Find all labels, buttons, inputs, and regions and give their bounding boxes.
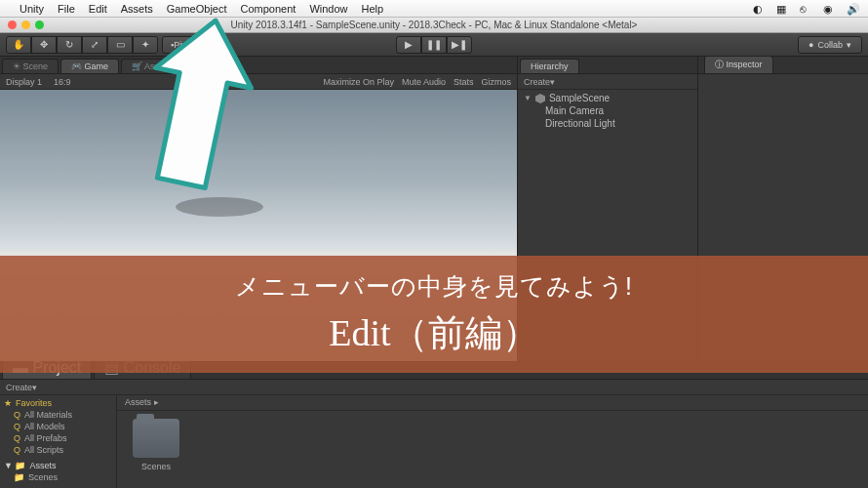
folder-label: Scenes	[141, 462, 171, 471]
mute-audio[interactable]: Mute Audio	[402, 77, 446, 87]
maximize-on-play[interactable]: Maximize On Play	[323, 77, 394, 87]
mac-menubar: Unity File Edit Assets GameObject Compon…	[0, 0, 868, 18]
tab-inspector[interactable]: ⓘ Inspector	[704, 56, 773, 73]
menu-window[interactable]: Window	[309, 3, 347, 15]
hierarchy-item[interactable]: Directional Light	[518, 117, 697, 130]
favorite-item[interactable]: QAll Models	[4, 421, 112, 432]
project-breadcrumb[interactable]: Assets ▸	[117, 395, 868, 411]
disclosure-icon[interactable]: ▼	[524, 94, 532, 102]
move-tool[interactable]: ✥	[31, 36, 57, 54]
unity-toolbar: ✋ ✥ ↻ ⤢ ▭ ✦ ▪ Pivot ▶ ❚❚ ▶❚ ● Collab ▾	[0, 33, 868, 57]
menu-edit[interactable]: Edit	[89, 3, 107, 15]
favorite-item[interactable]: QAll Prefabs	[4, 432, 112, 444]
pivot-label: Pivot	[174, 40, 193, 50]
hierarchy-root-label: SampleScene	[549, 93, 610, 103]
hand-tool[interactable]: ✋	[6, 36, 31, 54]
bluetooth-icon[interactable]: ⎋	[800, 3, 813, 15]
tab-asset-store[interactable]: 🛒 Asset Store	[121, 59, 201, 73]
hierarchy-item[interactable]: Main Camera	[518, 104, 697, 117]
menu-help[interactable]: Help	[362, 3, 384, 15]
menu-gameobject[interactable]: GameObject	[167, 3, 227, 15]
status-icon[interactable]: ◐	[753, 3, 767, 15]
assets-child[interactable]: 📁 Scenes	[4, 471, 112, 483]
menu-unity[interactable]: Unity	[20, 3, 44, 15]
scene-tab-row: ☀ Scene 🎮 Game 🛒 Asset Store	[0, 57, 517, 74]
hierarchy-item-label: Directional Light	[545, 118, 615, 129]
hierarchy-item-label: Main Camera	[545, 105, 604, 116]
search-icon: Q	[14, 433, 20, 443]
menu-file[interactable]: File	[58, 3, 75, 15]
scale-tool[interactable]: ⤢	[82, 36, 107, 54]
favorite-item[interactable]: QAll Scripts	[4, 444, 112, 456]
maximize-icon[interactable]	[35, 20, 44, 29]
minimize-icon[interactable]	[21, 20, 30, 29]
folder-item[interactable]: Scenes	[125, 419, 187, 471]
pivot-toggle[interactable]: ▪ Pivot	[162, 36, 202, 54]
tab-game[interactable]: 🎮 Game	[60, 59, 119, 73]
folder-icon	[133, 419, 179, 458]
window-titlebar: Unity 2018.3.14f1 - SampleScene.unity - …	[0, 18, 868, 33]
project-create[interactable]: Create	[6, 383, 32, 392]
annotation-banner: メニューバーの中身を見てみよう! Edit（前編）	[0, 256, 868, 373]
menu-component[interactable]: Component	[241, 3, 296, 15]
favorites-header[interactable]: ★ Favorites	[4, 397, 112, 409]
assets-header[interactable]: ▼ 📁 Assets	[4, 460, 112, 471]
search-icon: Q	[14, 422, 20, 431]
collab-label: Collab	[817, 40, 843, 50]
stats-toggle[interactable]: Stats	[454, 77, 474, 87]
hierarchy-tree[interactable]: ▼ SampleScene Main Camera Directional Li…	[518, 90, 697, 132]
hierarchy-create[interactable]: Create	[524, 77, 550, 87]
collab-dropdown[interactable]: ● Collab ▾	[798, 36, 862, 54]
transform-tool[interactable]: ✦	[133, 36, 158, 54]
pause-button[interactable]: ❚❚	[421, 36, 447, 54]
banner-title: メニューバーの中身を見てみよう!	[235, 270, 633, 303]
aspect-dropdown[interactable]: 16:9	[54, 77, 71, 87]
rect-tool[interactable]: ▭	[107, 36, 133, 54]
hierarchy-scene-root[interactable]: ▼ SampleScene	[518, 92, 697, 104]
window-title: Unity 2018.3.14f1 - SampleScene.unity - …	[231, 20, 638, 30]
scene-icon	[535, 94, 545, 103]
transform-tools: ✋ ✥ ↻ ⤢ ▭ ✦	[6, 36, 158, 54]
rotate-tool[interactable]: ↻	[57, 36, 82, 54]
search-icon: Q	[14, 445, 20, 455]
gizmos-dropdown[interactable]: Gizmos	[481, 77, 511, 87]
step-button[interactable]: ▶❚	[447, 36, 472, 54]
menu-assets[interactable]: Assets	[121, 3, 153, 15]
game-controls: Display 1 16:9 Maximize On Play Mute Aud…	[0, 74, 517, 90]
status-icon[interactable]: ▦	[776, 3, 790, 15]
display-dropdown[interactable]: Display 1	[6, 77, 42, 87]
search-icon: Q	[14, 410, 20, 420]
tab-hierarchy[interactable]: Hierarchy	[520, 59, 579, 73]
close-icon[interactable]	[8, 20, 17, 29]
favorite-item[interactable]: QAll Materials	[4, 409, 112, 421]
tab-scene[interactable]: ☀ Scene	[2, 59, 59, 73]
play-button[interactable]: ▶	[396, 36, 421, 54]
wifi-icon[interactable]: ◉	[823, 3, 837, 15]
banner-subtitle: Edit（前編）	[329, 308, 538, 358]
volume-icon[interactable]: 🔊	[847, 3, 860, 15]
